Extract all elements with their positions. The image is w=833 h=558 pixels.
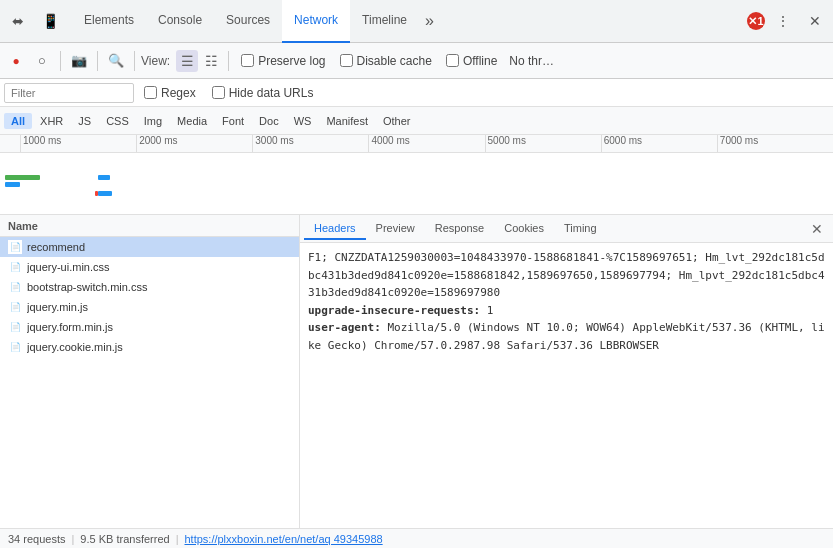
file-item[interactable]: 📄jquery.min.js	[0, 297, 299, 317]
timeline-bar	[5, 175, 40, 180]
ruler-mark: 1000 ms	[20, 135, 136, 152]
file-item[interactable]: 📄jquery-ui.min.css	[0, 257, 299, 277]
file-name: jquery-ui.min.css	[27, 261, 291, 273]
screenshot-button[interactable]: 📷	[67, 49, 91, 73]
timeline-content	[0, 153, 833, 215]
offline-label[interactable]: Offline	[446, 54, 497, 68]
offline-checkbox[interactable]	[446, 54, 459, 67]
timeline-area: 1000 ms2000 ms3000 ms4000 ms5000 ms6000 …	[0, 135, 833, 215]
hide-data-urls-label[interactable]: Hide data URLs	[212, 86, 314, 100]
type-filter-css[interactable]: CSS	[99, 113, 136, 129]
type-filter-xhr[interactable]: XHR	[33, 113, 70, 129]
status-sep-2: |	[176, 533, 179, 545]
timeline-bar	[98, 175, 110, 180]
regex-label[interactable]: Regex	[144, 86, 196, 100]
file-item[interactable]: 📄jquery.form.min.js	[0, 317, 299, 337]
file-list-scroll[interactable]: 📄recommend📄jquery-ui.min.css📄bootstrap-s…	[0, 237, 299, 528]
device-icon[interactable]: 📱	[36, 7, 64, 35]
file-icon: 📄	[8, 300, 22, 314]
tab-bar: ⬌ 📱 Elements Console Sources Network Tim…	[0, 0, 833, 43]
file-item[interactable]: 📄jquery.cookie.min.js	[0, 337, 299, 357]
type-filter-js[interactable]: JS	[71, 113, 98, 129]
type-filter-doc[interactable]: Doc	[252, 113, 286, 129]
detail-content[interactable]: F1; CNZZDATA1259030003=1048433970-158868…	[300, 243, 833, 528]
disable-cache-label[interactable]: Disable cache	[340, 54, 432, 68]
filter-button[interactable]: 🔍	[104, 49, 128, 73]
status-bar: 34 requests | 9.5 KB transferred | https…	[0, 528, 833, 548]
tab-timeline[interactable]: Timeline	[350, 0, 419, 43]
detail-tab-cookies[interactable]: Cookies	[494, 218, 554, 240]
file-icon: 📄	[8, 280, 22, 294]
toolbar-divider-2	[97, 51, 98, 71]
filter-bar: Regex Hide data URLs	[0, 79, 833, 107]
type-filter-all[interactable]: All	[4, 113, 32, 129]
detail-tabs: HeadersPreviewResponseCookiesTiming✕	[300, 215, 833, 243]
network-toolbar: ● ○ 📷 🔍 View: ☰ ☷ Preserve log Disable c…	[0, 43, 833, 79]
timeline-bar	[5, 182, 20, 187]
close-devtools-icon[interactable]: ✕	[801, 7, 829, 35]
disable-cache-checkbox[interactable]	[340, 54, 353, 67]
detail-tab-preview[interactable]: Preview	[366, 218, 425, 240]
type-filter-other[interactable]: Other	[376, 113, 418, 129]
file-name: jquery.cookie.min.js	[27, 341, 291, 353]
devtools-controls: ⬌ 📱	[4, 7, 64, 35]
file-name: bootstrap-switch.min.css	[27, 281, 291, 293]
ruler-mark: 5000 ms	[485, 135, 601, 152]
detail-close-button[interactable]: ✕	[805, 221, 829, 237]
file-item[interactable]: 📄recommend	[0, 237, 299, 257]
ruler-mark: 6000 ms	[601, 135, 717, 152]
ruler-mark: 2000 ms	[136, 135, 252, 152]
file-name: jquery.form.min.js	[27, 321, 291, 333]
requests-count: 34 requests	[8, 533, 65, 545]
type-filter-manifest[interactable]: Manifest	[319, 113, 375, 129]
type-filter-media[interactable]: Media	[170, 113, 214, 129]
main-split: Name 📄recommend📄jquery-ui.min.css📄bootst…	[0, 215, 833, 528]
file-item[interactable]: 📄bootstrap-switch.min.css	[0, 277, 299, 297]
detail-text: F1; CNZZDATA1259030003=1048433970-158868…	[308, 249, 825, 355]
view-list-button[interactable]: ☰	[176, 50, 198, 72]
ruler-mark: 4000 ms	[368, 135, 484, 152]
tab-sources[interactable]: Sources	[214, 0, 282, 43]
transferred-size: 9.5 KB transferred	[80, 533, 169, 545]
status-url[interactable]: https://plxxboxin.net/en/net/aq 49345988	[184, 533, 382, 545]
file-name: recommend	[27, 241, 291, 253]
cursor-icon[interactable]: ⬌	[4, 7, 32, 35]
error-badge: ✕ 1	[747, 12, 765, 30]
upgrade-insecure-line: upgrade-insecure-requests: 1	[308, 302, 825, 320]
file-icon: 📄	[8, 340, 22, 354]
file-name: jquery.min.js	[27, 301, 291, 313]
toolbar-divider-3	[134, 51, 135, 71]
toolbar-divider-1	[60, 51, 61, 71]
type-filter-font[interactable]: Font	[215, 113, 251, 129]
type-filter-img[interactable]: Img	[137, 113, 169, 129]
hide-data-urls-checkbox[interactable]	[212, 86, 225, 99]
tab-elements[interactable]: Elements	[72, 0, 146, 43]
timeline-ruler: 1000 ms2000 ms3000 ms4000 ms5000 ms6000 …	[0, 135, 833, 153]
ruler-mark: 3000 ms	[252, 135, 368, 152]
tab-bar-right: ✕ 1 ⋮ ✕	[747, 7, 829, 35]
detail-pane: HeadersPreviewResponseCookiesTiming✕ F1;…	[300, 215, 833, 528]
type-filter-ws[interactable]: WS	[287, 113, 319, 129]
status-sep-1: |	[71, 533, 74, 545]
tab-console[interactable]: Console	[146, 0, 214, 43]
detail-tab-headers[interactable]: Headers	[304, 218, 366, 240]
type-filter-bar: AllXHRJSCSSImgMediaFontDocWSManifestOthe…	[0, 107, 833, 135]
more-options-icon[interactable]: ⋮	[769, 7, 797, 35]
preserve-log-checkbox[interactable]	[241, 54, 254, 67]
clear-button[interactable]: ○	[30, 49, 54, 73]
preserve-log-label[interactable]: Preserve log	[241, 54, 325, 68]
file-list-pane: Name 📄recommend📄jquery-ui.min.css📄bootst…	[0, 215, 300, 528]
view-waterfall-button[interactable]: ☷	[200, 50, 222, 72]
regex-checkbox[interactable]	[144, 86, 157, 99]
throttle-selector[interactable]: No thr…	[509, 54, 554, 68]
ruler-mark: 7000 ms	[717, 135, 833, 152]
record-button[interactable]: ●	[4, 49, 28, 73]
tab-network[interactable]: Network	[282, 0, 350, 43]
toolbar-divider-4	[228, 51, 229, 71]
detail-tab-timing[interactable]: Timing	[554, 218, 607, 240]
detail-tab-response[interactable]: Response	[425, 218, 495, 240]
file-list-header: Name	[0, 215, 299, 237]
more-tabs-button[interactable]: »	[419, 0, 440, 43]
file-icon: 📄	[8, 260, 22, 274]
filter-input[interactable]	[4, 83, 134, 103]
